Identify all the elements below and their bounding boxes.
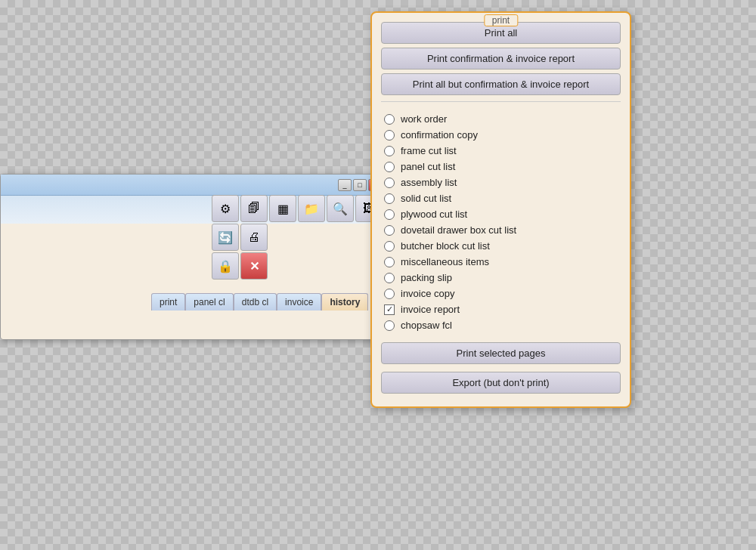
radio-dovetail-drawer[interactable] xyxy=(384,225,395,236)
grid-button[interactable]: ▦ xyxy=(269,195,296,222)
copy-button[interactable]: 🗐 xyxy=(240,195,268,222)
label-confirmation-copy: confirmation copy xyxy=(401,129,478,141)
list-item[interactable]: ✓ invoice report xyxy=(381,301,621,317)
radio-butcher-block[interactable] xyxy=(384,241,395,252)
list-item[interactable]: confirmation copy xyxy=(381,127,621,143)
refresh-button[interactable]: 🔄 xyxy=(212,224,239,251)
radio-packing-slip[interactable] xyxy=(384,273,395,283)
label-dovetail-drawer: dovetail drawer box cut list xyxy=(401,224,516,236)
radio-invoice-copy[interactable] xyxy=(384,289,395,299)
search-button[interactable]: 🔍 xyxy=(327,195,354,222)
divider-1 xyxy=(381,101,621,102)
toolbar-row-1: ⚙ 🗐 ▦ 📁 🔍 🖼 xyxy=(212,195,383,222)
list-item[interactable]: dovetail drawer box cut list xyxy=(381,222,621,238)
label-misc-items: miscellaneous items xyxy=(401,256,489,267)
list-item[interactable]: butcher block cut list xyxy=(381,238,621,254)
list-item[interactable]: plywood cut list xyxy=(381,206,621,222)
radio-panel-cut-list[interactable] xyxy=(384,162,395,172)
delete-button[interactable]: ✕ xyxy=(240,252,268,280)
panel-inner: print Print all Print confirmation & inv… xyxy=(381,22,621,397)
label-work-order: work order xyxy=(401,113,447,125)
toolbar: ⚙ 🗐 ▦ 📁 🔍 🖼 🔄 🖨 🔒 ✕ xyxy=(212,195,383,280)
toolbar-row-3: 🔒 ✕ xyxy=(212,252,383,280)
list-item[interactable]: invoice copy xyxy=(381,286,621,301)
window-titlebar: _ □ ✕ xyxy=(1,175,385,196)
list-item[interactable]: work order xyxy=(381,111,621,127)
radio-misc-items[interactable] xyxy=(384,257,395,267)
list-item[interactable]: assembly list xyxy=(381,175,621,190)
list-item[interactable]: panel cut list xyxy=(381,159,621,175)
label-invoice-report: invoice report xyxy=(401,304,460,315)
radio-assembly-list[interactable] xyxy=(384,178,395,188)
label-solid-cut-list: solid cut list xyxy=(401,193,451,204)
list-item[interactable]: solid cut list xyxy=(381,190,621,206)
print-button[interactable]: 🖨 xyxy=(240,224,268,251)
print-all-but-button[interactable]: Print all but confirmation & invoice rep… xyxy=(381,73,621,95)
folder-button[interactable]: 📁 xyxy=(298,195,325,222)
settings-button[interactable]: ⚙ xyxy=(212,195,239,222)
tab-panel-cl[interactable]: panel cl xyxy=(185,293,233,311)
bottom-buttons: Print selected pages Export (but don't p… xyxy=(381,342,621,397)
list-item[interactable]: miscellaneous items xyxy=(381,254,621,270)
tab-frame-cl[interactable]: print xyxy=(151,293,185,311)
label-invoice-copy: invoice copy xyxy=(401,288,455,299)
radio-confirmation-copy[interactable] xyxy=(384,130,395,141)
print-confirmation-button[interactable]: Print confirmation & invoice report xyxy=(381,48,621,70)
label-frame-cut-list: frame cut list xyxy=(401,145,457,156)
radio-plywood-cut-list[interactable] xyxy=(384,209,395,220)
panel-title: print xyxy=(484,14,518,26)
label-plywood-cut-list: plywood cut list xyxy=(401,209,467,220)
label-panel-cut-list: panel cut list xyxy=(401,161,455,172)
tab-history[interactable]: history xyxy=(321,293,368,311)
toolbar-row-2: 🔄 🖨 xyxy=(212,224,383,251)
lock-button[interactable]: 🔒 xyxy=(212,252,239,280)
print-panel: print Print all Print confirmation & inv… xyxy=(370,11,631,408)
print-selected-button[interactable]: Print selected pages xyxy=(381,342,621,364)
maximize-button[interactable]: □ xyxy=(353,179,367,191)
tab-dtdb-cl[interactable]: dtdb cl xyxy=(234,293,277,311)
radio-work-order[interactable] xyxy=(384,114,395,125)
tab-invoice[interactable]: invoice xyxy=(277,293,321,311)
export-button[interactable]: Export (but don't print) xyxy=(381,372,621,394)
minimize-button[interactable]: _ xyxy=(338,179,352,191)
label-assembly-list: assembly list xyxy=(401,177,457,188)
list-item[interactable]: packing slip xyxy=(381,270,621,286)
list-item[interactable]: frame cut list xyxy=(381,143,621,159)
radio-chopsaw-fcl[interactable] xyxy=(384,320,395,331)
radio-solid-cut-list[interactable] xyxy=(384,193,395,204)
label-packing-slip: packing slip xyxy=(401,272,452,283)
radio-frame-cut-list[interactable] xyxy=(384,146,395,156)
tabs-container: print panel cl dtdb cl invoice history xyxy=(151,293,368,311)
list-item[interactable]: chopsaw fcl xyxy=(381,317,621,333)
checkbox-invoice-report[interactable]: ✓ xyxy=(384,304,395,315)
label-butcher-block: butcher block cut list xyxy=(401,240,490,252)
label-chopsaw-fcl: chopsaw fcl xyxy=(401,320,452,331)
checkbox-list: work order confirmation copy frame cut l… xyxy=(381,108,621,336)
